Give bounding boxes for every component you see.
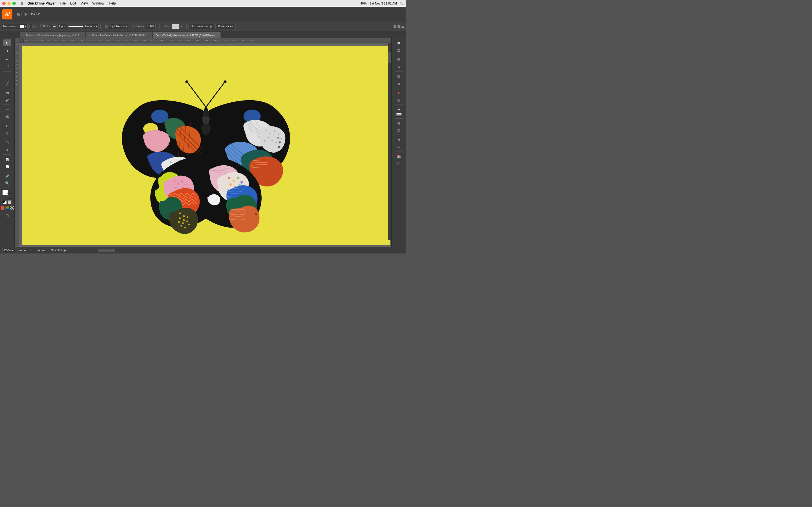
scrollbar-horizontal[interactable]	[70, 249, 403, 252]
svg-point-93	[278, 146, 281, 149]
color-mode-icon[interactable]	[1, 206, 4, 210]
libraries-icon[interactable]: 📚	[395, 153, 403, 160]
svg-point-2	[185, 80, 188, 83]
selection-tool[interactable]	[3, 40, 11, 46]
nav-next-btn[interactable]: ▶	[38, 249, 40, 252]
canvas-inner[interactable]	[19, 43, 391, 247]
stroke-color[interactable]	[7, 193, 12, 199]
brush-size-label: 5 pt. Round	[110, 25, 124, 28]
bridge-icon[interactable]: Br	[16, 12, 22, 17]
stroke-color-icon[interactable]	[52, 24, 56, 29]
properties-icon[interactable]: ⊞	[395, 56, 403, 63]
graphic-styles-icon[interactable]: ⊡	[395, 127, 403, 134]
apple-menu[interactable]: 	[21, 1, 23, 6]
align-right-icon[interactable]: ⊟	[397, 24, 400, 29]
page-input[interactable]: 1	[28, 248, 36, 253]
stroke-weight[interactable]: 1 pt ▾	[57, 24, 67, 29]
zoom-tool[interactable]: 🔍	[3, 180, 11, 186]
opacity-expand[interactable]: ›	[156, 25, 158, 28]
stock-icon[interactable]: St	[23, 12, 29, 17]
zoom-dropdown[interactable]: 122% ▾	[2, 248, 18, 253]
nav-first-btn[interactable]: ⏮	[19, 249, 22, 252]
artboards-icon[interactable]: ⊡	[395, 47, 403, 54]
none-mode-icon[interactable]	[10, 206, 14, 210]
edit-menu[interactable]: Edit	[70, 1, 76, 5]
align-left-icon[interactable]: ⊞	[393, 24, 396, 29]
eyedropper-tool[interactable]: 💉	[3, 172, 11, 179]
minimize-button[interactable]	[7, 2, 11, 5]
assets-icon[interactable]: ⊞	[395, 160, 403, 167]
free-transform-tool[interactable]: ⊡	[3, 139, 11, 146]
nav-last-btn[interactable]: ⏭	[42, 249, 45, 252]
tab-1[interactable]: × Bonus Ice Cream Illustration.ai* @ 121…	[86, 32, 152, 38]
pencil-tool[interactable]: ✏	[3, 106, 11, 113]
pathfinder-icon[interactable]: ◈	[395, 80, 403, 87]
sync-icon[interactable]: ↺	[38, 12, 41, 16]
warp-tool[interactable]: ⤡	[3, 130, 11, 136]
window-menu[interactable]: Window	[92, 1, 104, 5]
search-icon[interactable]: 🔍	[400, 2, 404, 5]
line-tool[interactable]: ╱	[3, 80, 11, 87]
nav-prev-btn[interactable]: ◀	[24, 249, 26, 252]
stroke-swatch-box[interactable]	[29, 24, 34, 29]
stroke-label: Stroke:	[42, 25, 51, 28]
tab-close-0[interactable]: ×	[23, 34, 24, 37]
brush-size-dropdown[interactable]: 5 pt. Round ▾	[109, 24, 128, 29]
svg-point-40	[269, 133, 270, 134]
gradient-panel-icon[interactable]	[396, 113, 402, 117]
pen-tool[interactable]: ✒	[3, 56, 11, 63]
curvature-tool[interactable]: 🖊	[3, 63, 11, 70]
opacity-value[interactable]: 100%	[146, 24, 156, 29]
fill-swatch[interactable]	[20, 24, 24, 29]
tab-close-1[interactable]: ×	[89, 34, 91, 37]
type-tool[interactable]: T	[3, 73, 11, 79]
arrange-icon[interactable]: ⊞▾	[30, 11, 37, 17]
layers-panel-icon[interactable]: ⬢	[395, 40, 403, 46]
svg-point-69	[186, 221, 188, 223]
file-menu[interactable]: File	[60, 1, 66, 5]
tab-2[interactable]: Bonus Butterfly Illustration.ai @ 122% (…	[153, 32, 221, 38]
menu-icon[interactable]: ☰	[401, 24, 404, 29]
rectangle-tool[interactable]: ▭	[3, 89, 11, 96]
artboard-expand-icon[interactable]: ▶	[64, 249, 66, 252]
color-panel-icon[interactable]: ●	[395, 89, 403, 96]
swap-colors-icon[interactable]	[3, 200, 7, 204]
direct-selection-tool[interactable]	[3, 47, 11, 54]
ruler-vertical: -1 7 2 7 3 1 3 5 4 5 5	[15, 43, 19, 247]
transform-icon[interactable]: ⤡	[395, 63, 403, 70]
view-menu[interactable]: View	[81, 1, 88, 5]
chart-tool[interactable]: 📈	[3, 163, 11, 170]
scrollbar-thumb-horizontal[interactable]	[98, 249, 115, 252]
help-menu[interactable]: Help	[109, 1, 116, 5]
font-icon[interactable]: A	[395, 136, 403, 143]
character-icon[interactable]: Ⓐ	[395, 144, 403, 151]
swatches-icon[interactable]: ⊞	[395, 97, 403, 103]
align-icon[interactable]: ⊟	[395, 73, 403, 79]
eraser-tool[interactable]: ⌫	[3, 113, 11, 120]
screen-mode-button[interactable]: ⊡	[3, 212, 11, 219]
close-button[interactable]	[2, 2, 6, 5]
stroke-panel-icon[interactable]: ━	[395, 106, 403, 113]
graph-tool[interactable]: 📊	[3, 156, 11, 163]
appearance-icon[interactable]: ◎	[395, 120, 403, 126]
color-swatches[interactable]	[2, 189, 12, 199]
document-setup-button[interactable]: Document Setup	[188, 24, 214, 29]
default-colors-icon[interactable]	[8, 200, 11, 204]
stroke-type-dropdown[interactable]: Uniform ▾	[84, 24, 99, 29]
gradient-mode-icon[interactable]	[5, 206, 9, 210]
svg-point-86	[131, 142, 133, 144]
app-name-menu[interactable]: QuickTime Player	[28, 1, 56, 5]
no-selection-dropdown[interactable]: No Selection ▾	[2, 24, 28, 29]
shape-builder-tool[interactable]: ⊕	[3, 147, 11, 153]
paintbrush-tool[interactable]: 🖌	[3, 97, 11, 103]
preferences-button[interactable]: Preferences	[215, 24, 236, 29]
rotate-tool[interactable]: ↻	[3, 122, 11, 129]
scrollbar-vertical[interactable]	[388, 43, 391, 240]
style-swatch[interactable]	[172, 24, 180, 29]
scrollbar-thumb-vertical[interactable]	[388, 52, 391, 63]
maximize-button[interactable]	[12, 2, 16, 5]
tab-0[interactable]: × Bonus Ice Cream Illustration_beginning…	[20, 32, 86, 38]
tool-name-label: Selection	[51, 249, 63, 252]
selection-arrow: ▾	[25, 25, 26, 28]
svg-point-91	[277, 137, 280, 139]
